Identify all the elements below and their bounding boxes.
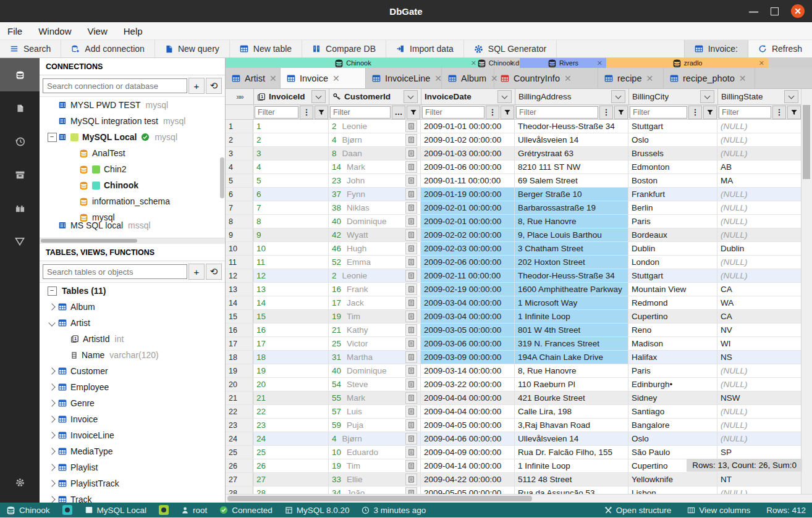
- cell-billingCity[interactable]: Paris: [628, 364, 717, 377]
- cell-invoiceId[interactable]: 6: [253, 188, 329, 201]
- row-number[interactable]: 10: [226, 242, 253, 255]
- cell-billingAddress[interactable]: 8210 111 ST NW: [515, 161, 628, 173]
- column-item[interactable]: Namevarchar(120): [40, 347, 225, 363]
- cell-billingState[interactable]: CA: [717, 283, 801, 296]
- row-number[interactable]: 26: [226, 459, 253, 472]
- cell-customerId[interactable]: 46Hugh: [329, 242, 421, 255]
- database-item[interactable]: Chin2: [40, 161, 225, 177]
- cell-invoiceId[interactable]: 1: [253, 120, 329, 133]
- open-document-icon[interactable]: [405, 148, 417, 159]
- table-item[interactable]: Playlist: [40, 459, 225, 475]
- filter-input-invoiceDate[interactable]: [422, 106, 484, 119]
- chevron-right-icon[interactable]: [46, 433, 58, 438]
- row-number[interactable]: 21: [226, 391, 253, 404]
- cell-invoiceDate[interactable]: 2009-03-04 00:00:00: [421, 310, 515, 323]
- cell-invoiceDate[interactable]: 2009-04-06 00:00:00: [421, 432, 515, 445]
- open-document-icon[interactable]: [405, 392, 417, 404]
- column-header-billingAddress[interactable]: BillingAddress: [515, 89, 629, 104]
- cell-billingState[interactable]: NV: [717, 324, 801, 336]
- open-document-icon[interactable]: [405, 365, 417, 377]
- cell-invoiceId[interactable]: 5: [253, 174, 329, 187]
- cell-billingState[interactable]: (NULL): [717, 256, 801, 269]
- connection-item[interactable]: MYSL PWD TESTmysql: [40, 97, 225, 113]
- archive-nav[interactable]: [0, 158, 40, 191]
- open-document-icon[interactable]: [405, 419, 417, 431]
- cell-invoiceDate[interactable]: 2009-01-19 00:00:00: [421, 188, 515, 201]
- dots-menu-icon[interactable]: ⋮: [599, 106, 613, 119]
- cell-billingAddress[interactable]: Calle Lira, 198: [515, 405, 628, 418]
- chevron-right-icon[interactable]: [46, 304, 58, 309]
- open-document-icon[interactable]: [405, 283, 417, 295]
- cell-invoiceId[interactable]: 26: [253, 459, 329, 472]
- chevron-down-icon[interactable]: [46, 320, 58, 325]
- chevron-right-icon[interactable]: [46, 369, 58, 374]
- add-table-icon[interactable]: +: [188, 264, 205, 280]
- grid-vscrollbar[interactable]: [801, 89, 812, 495]
- open-document-icon[interactable]: [405, 188, 417, 200]
- filter-input-customerId[interactable]: [330, 106, 391, 119]
- tab-recipe_photo[interactable]: recipe_photo✕: [664, 68, 755, 88]
- toolbar-context-invoice[interactable]: Invoice:: [684, 40, 748, 57]
- cell-invoiceDate[interactable]: 2009-01-01 00:00:00: [421, 120, 515, 133]
- cell-invoiceDate[interactable]: 2009-04-09 00:00:00: [421, 446, 515, 459]
- connections-search-input[interactable]: [43, 78, 187, 93]
- table-item[interactable]: Employee: [40, 379, 225, 395]
- dots-menu-icon[interactable]: ⋮: [486, 106, 499, 119]
- cell-billingCity[interactable]: Berlin: [628, 201, 717, 214]
- cell-customerId[interactable]: 52Emma: [329, 256, 421, 269]
- files-nav[interactable]: [0, 91, 40, 125]
- cell-invoiceId[interactable]: 23: [253, 419, 329, 432]
- column-dropdown-icon[interactable]: [611, 90, 625, 103]
- cell-billingCity[interactable]: Paris: [628, 215, 717, 228]
- funnel-icon[interactable]: [703, 106, 717, 119]
- cell-billingAddress[interactable]: 1 Infinite Loop: [515, 310, 628, 323]
- database-item[interactable]: Chinook: [40, 177, 225, 193]
- refresh-tables-icon[interactable]: ⟲: [206, 264, 222, 280]
- cell-invoiceDate[interactable]: 2009-03-22 00:00:00: [421, 378, 515, 391]
- cell-customerId[interactable]: 14Mark: [329, 161, 421, 173]
- cell-customerId[interactable]: 31Martha: [329, 351, 421, 364]
- cell-billingState[interactable]: (NULL): [717, 228, 801, 241]
- cell-billingState[interactable]: WI: [717, 337, 801, 350]
- cell-billingState[interactable]: NSW: [717, 391, 801, 404]
- cell-billingAddress[interactable]: 5112 48 Street: [515, 473, 628, 486]
- close-icon[interactable]: ✕: [759, 59, 764, 67]
- cell-billingAddress[interactable]: 801 W 4th Street: [515, 324, 628, 336]
- cell-billingAddress[interactable]: Berger Straße 10: [515, 188, 628, 201]
- row-number[interactable]: 16: [226, 324, 253, 336]
- cell-billingAddress[interactable]: 1 Infinite Loop: [515, 459, 628, 472]
- cell-billingState[interactable]: (NULL): [717, 201, 801, 214]
- table-item[interactable]: Customer: [40, 363, 225, 379]
- column-header-billingState[interactable]: BillingState: [718, 89, 802, 104]
- import-data-button[interactable]: Import data: [386, 40, 464, 57]
- column-dropdown-icon[interactable]: [311, 90, 326, 103]
- cell-customerId[interactable]: 54Steve: [329, 378, 421, 391]
- sql-generator-button[interactable]: SQL Generator: [464, 40, 557, 57]
- cell-invoiceId[interactable]: 21: [253, 391, 329, 404]
- close-icon[interactable]: ✕: [739, 73, 746, 83]
- menu-view[interactable]: View: [88, 26, 108, 36]
- cell-invoiceId[interactable]: 17: [253, 337, 329, 350]
- funnel-icon[interactable]: [315, 106, 328, 119]
- cell-billingCity[interactable]: Dublin: [628, 242, 717, 255]
- tab-album[interactable]: Album✕: [442, 68, 494, 88]
- cell-invoiceDate[interactable]: 2009-02-01 00:00:00: [421, 215, 515, 228]
- cell-billingState[interactable]: (NULL): [717, 147, 801, 160]
- cell-billingCity[interactable]: Cupertino: [628, 310, 717, 323]
- funnel-icon[interactable]: [501, 106, 514, 119]
- open-document-icon[interactable]: [405, 243, 417, 254]
- table-item[interactable]: −Tables (11): [40, 283, 225, 299]
- row-number[interactable]: 24: [226, 432, 253, 445]
- row-number[interactable]: 19: [226, 364, 253, 377]
- row-number[interactable]: 3: [226, 147, 253, 160]
- close-icon[interactable]: ✕: [332, 73, 340, 83]
- cell-billingAddress[interactable]: Barbarossastraße 19: [515, 201, 628, 214]
- cell-billingAddress[interactable]: 319 N. Frances Street: [515, 337, 628, 350]
- column-header-invoiceDate[interactable]: InvoiceDate: [421, 89, 515, 104]
- close-icon[interactable]: ✕: [791, 4, 805, 18]
- cell-billingState[interactable]: SP: [717, 446, 801, 459]
- connection-item[interactable]: MS SQL localmssql: [40, 217, 225, 233]
- open-document-icon[interactable]: [405, 460, 417, 472]
- open-document-icon[interactable]: [405, 215, 417, 227]
- cell-billingAddress[interactable]: 8, Rue Hanovre: [515, 364, 628, 377]
